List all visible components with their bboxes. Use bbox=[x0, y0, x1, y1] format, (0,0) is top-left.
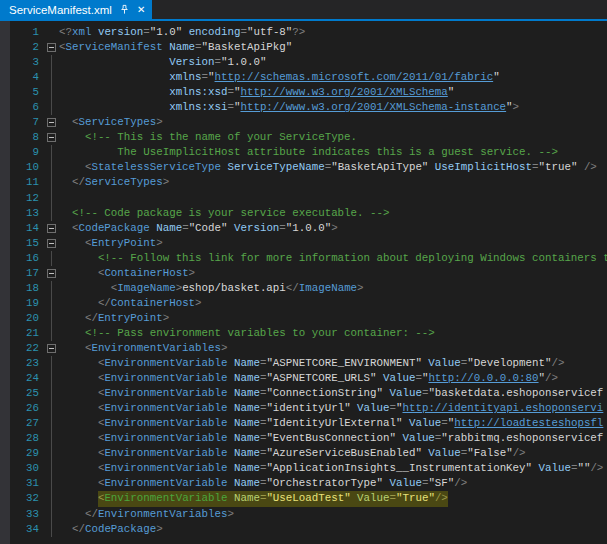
line-number[interactable]: 12 bbox=[10, 191, 46, 206]
code-line[interactable]: 1<?xml version="1.0" encoding="utf-8"?> bbox=[0, 25, 607, 40]
pin-icon[interactable] bbox=[119, 4, 130, 15]
code-token-str: "Development" bbox=[467, 357, 551, 369]
line-number[interactable]: 14 bbox=[10, 221, 46, 236]
code-editor[interactable]: 1<?xml version="1.0" encoding="utf-8"?>2… bbox=[0, 21, 607, 544]
code-token-elem: EnvironmentVariable bbox=[104, 417, 227, 429]
line-number[interactable]: 9 bbox=[10, 145, 46, 160]
fold-guide-line bbox=[51, 55, 52, 70]
code-indent bbox=[59, 401, 98, 416]
code-line[interactable]: 8 <!-- This is the name of your ServiceT… bbox=[0, 130, 607, 145]
code-line[interactable]: 31 <EnvironmentVariable Name="Orchestrat… bbox=[0, 476, 607, 491]
line-number[interactable]: 2 bbox=[10, 40, 46, 55]
line-number[interactable]: 15 bbox=[10, 236, 46, 251]
code-token-comment: <!-- This is the name of your ServiceTyp… bbox=[85, 131, 357, 143]
code-indent bbox=[59, 281, 111, 296]
line-number[interactable]: 27 bbox=[10, 416, 46, 431]
code-line[interactable]: 20 </EntryPoint> bbox=[0, 311, 607, 326]
code-line[interactable]: 24 <EnvironmentVariable Name="ASPNETCORE… bbox=[0, 371, 607, 386]
code-line[interactable]: 9 The UseImplicitHost attribute indicate… bbox=[0, 145, 607, 160]
line-number[interactable]: 18 bbox=[10, 281, 46, 296]
code-line[interactable]: 17 <ContainerHost> bbox=[0, 266, 607, 281]
line-number[interactable]: 17 bbox=[10, 266, 46, 281]
code-line[interactable]: 19 </ContainerHost> bbox=[0, 296, 607, 311]
line-number[interactable]: 20 bbox=[10, 311, 46, 326]
code-line[interactable]: 5 xmlns:xsd="http://www.w3.org/2001/XMLS… bbox=[0, 85, 607, 100]
line-number[interactable]: 7 bbox=[10, 115, 46, 130]
line-number[interactable]: 23 bbox=[10, 356, 46, 371]
fold-margin bbox=[46, 251, 59, 266]
code-line[interactable]: 7 <ServiceTypes> bbox=[0, 115, 607, 130]
line-number[interactable]: 19 bbox=[10, 296, 46, 311]
tab-servicemanifest[interactable]: ServiceManifest.xml ✕ bbox=[0, 0, 152, 19]
line-number[interactable]: 13 bbox=[10, 206, 46, 221]
line-number[interactable]: 4 bbox=[10, 70, 46, 85]
line-number[interactable]: 6 bbox=[10, 100, 46, 115]
code-token-attr: ServiceTypeName bbox=[221, 161, 325, 173]
code-line[interactable]: 2<ServiceManifest Name="BasketApiPkg" bbox=[0, 40, 607, 55]
code-line[interactable]: 29 <EnvironmentVariable Name="AzureServi… bbox=[0, 446, 607, 461]
line-number[interactable]: 11 bbox=[10, 175, 46, 190]
line-number[interactable]: 25 bbox=[10, 386, 46, 401]
code-line[interactable]: 4 xmlns="http://schemas.microsoft.com/20… bbox=[0, 70, 607, 85]
code-line[interactable]: 12 bbox=[0, 191, 607, 206]
fold-collapse-icon[interactable] bbox=[47, 239, 56, 248]
code-line[interactable]: 11 </ServiceTypes> bbox=[0, 175, 607, 190]
code-line[interactable]: 14 <CodePackage Name="Code" Version="1.0… bbox=[0, 221, 607, 236]
line-number[interactable]: 3 bbox=[10, 55, 46, 70]
code-line[interactable]: 33 </EnvironmentVariables> bbox=[0, 507, 607, 522]
line-number[interactable]: 22 bbox=[10, 341, 46, 356]
line-number[interactable]: 5 bbox=[10, 85, 46, 100]
line-number[interactable]: 8 bbox=[10, 130, 46, 145]
code-token-str: "EventBusConnection" bbox=[266, 432, 396, 444]
fold-collapse-icon[interactable] bbox=[47, 118, 56, 127]
fold-collapse-icon[interactable] bbox=[47, 344, 56, 353]
line-number[interactable]: 10 bbox=[10, 160, 46, 175]
code-token-attr: Name bbox=[227, 492, 259, 504]
code-text: The UseImplicitHost attribute indicates … bbox=[117, 145, 558, 160]
fold-collapse-icon[interactable] bbox=[47, 43, 56, 52]
line-number[interactable]: 31 bbox=[10, 476, 46, 491]
code-line[interactable]: 21 <!-- Pass environment variables to yo… bbox=[0, 326, 607, 341]
line-number[interactable]: 33 bbox=[10, 507, 46, 522]
close-icon[interactable]: ✕ bbox=[137, 5, 145, 15]
code-token-elem: EnvironmentVariable bbox=[104, 492, 227, 504]
code-token-elem: ContainerHost bbox=[111, 297, 195, 309]
line-number[interactable]: 32 bbox=[10, 491, 46, 506]
fold-collapse-icon[interactable] bbox=[47, 133, 56, 142]
code-line[interactable]: 16 <!-- Follow this link for more inform… bbox=[0, 251, 607, 266]
code-line[interactable]: 15 <EntryPoint> bbox=[0, 236, 607, 251]
code-line[interactable]: 22 <EnvironmentVariables> bbox=[0, 341, 607, 356]
line-number[interactable]: 29 bbox=[10, 446, 46, 461]
code-line[interactable]: 28 <EnvironmentVariable Name="EventBusCo… bbox=[0, 431, 607, 446]
code-line[interactable]: 25 <EnvironmentVariable Name="Connection… bbox=[0, 386, 607, 401]
line-number[interactable]: 30 bbox=[10, 461, 46, 476]
code-token-elem: xml bbox=[72, 26, 91, 38]
line-number[interactable]: 21 bbox=[10, 326, 46, 341]
code-line[interactable]: 26 <EnvironmentVariable Name="identityUr… bbox=[0, 401, 607, 416]
fold-collapse-icon[interactable] bbox=[47, 224, 56, 233]
code-token-str: " bbox=[493, 71, 499, 83]
fold-guide-line bbox=[51, 461, 52, 476]
line-number[interactable]: 24 bbox=[10, 371, 46, 386]
code-line[interactable]: 23 <EnvironmentVariable Name="ASPNETCORE… bbox=[0, 356, 607, 371]
code-line[interactable]: 3 Version="1.0.0" bbox=[0, 55, 607, 70]
line-number[interactable]: 34 bbox=[10, 522, 46, 537]
code-line[interactable]: 30 <EnvironmentVariable Name="Applicatio… bbox=[0, 461, 607, 476]
code-line[interactable]: 6 xmlns:xsi="http://www.w3.org/2001/XMLS… bbox=[0, 100, 607, 115]
line-number[interactable]: 28 bbox=[10, 431, 46, 446]
code-token-delim: > bbox=[189, 267, 195, 279]
code-line[interactable]: 27 <EnvironmentVariable Name="IdentityUr… bbox=[0, 416, 607, 431]
line-number[interactable]: 26 bbox=[10, 401, 46, 416]
code-line[interactable]: 32 <EnvironmentVariable Name="UseLoadTes… bbox=[0, 491, 607, 506]
code-token-str: "ConnectionString" bbox=[266, 387, 383, 399]
code-line[interactable]: 10 <StatelessServiceType ServiceTypeName… bbox=[0, 160, 607, 175]
fold-collapse-icon[interactable] bbox=[47, 269, 56, 278]
code-token-text: eshop/basket.api bbox=[182, 282, 286, 294]
code-line[interactable]: 13 <!-- Code package is your service exe… bbox=[0, 206, 607, 221]
line-number[interactable]: 1 bbox=[10, 25, 46, 40]
code-line[interactable]: 34 </CodePackage> bbox=[0, 522, 607, 537]
line-number[interactable]: 16 bbox=[10, 251, 46, 266]
code-token-attr: Name bbox=[227, 402, 259, 414]
code-token-str: "1.0" bbox=[150, 26, 182, 38]
code-line[interactable]: 18 <ImageName>eshop/basket.api</ImageNam… bbox=[0, 281, 607, 296]
